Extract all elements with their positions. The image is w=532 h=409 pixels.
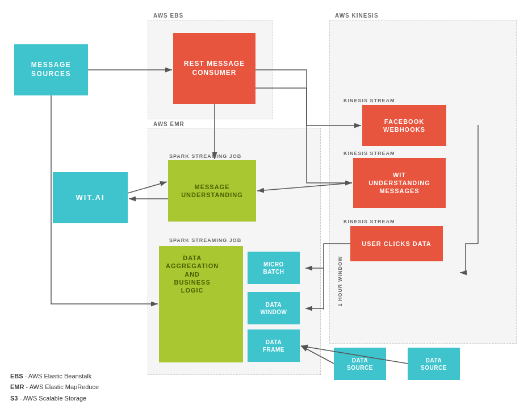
legend-ebs-text: - AWS Elastic Beanstalk <box>25 373 92 379</box>
kinesis-stream-3-label: KINESIS STREAM <box>344 219 395 224</box>
kinesis-stream-1-label: KINESIS STREAM <box>344 98 395 103</box>
one-hour-window-label: 1 HOUR WINDOW <box>337 256 343 307</box>
aws-ebs-label: AWS EBS <box>153 12 183 19</box>
wit-understanding-messages-box: WITUNDERSTANDINGMESSAGES <box>353 158 446 208</box>
diagram-container: AWS EBS AWS KINESIS AWS EMR SPARK STREAM… <box>0 0 532 386</box>
data-aggregation-box: DATAAGGREGATIONANDBUSINESSLOGIC <box>159 246 243 362</box>
legend-s3-label: S3 <box>10 395 18 402</box>
user-clicks-data-box: USER CLICKS DATA <box>350 226 443 261</box>
legend: EBS - AWS Elastic Beanstalk EMR - AWS El… <box>10 371 99 404</box>
data-source-2-box: DATASOURCE <box>408 348 460 380</box>
micro-batch-box: MICROBATCH <box>248 252 300 284</box>
message-understanding-box: MESSAGEUNDERSTANDING <box>168 160 256 222</box>
legend-ebs: EBS - AWS Elastic Beanstalk <box>10 371 99 382</box>
wit-ai-box: WIT.AI <box>53 172 128 223</box>
legend-s3-text: - AWS Scalable Storage <box>20 395 87 402</box>
aws-kinesis-label: AWS KINESIS <box>335 12 379 19</box>
legend-s3: S3 - AWS Scalable Storage <box>10 393 99 404</box>
legend-emr-label: EMR <box>10 383 24 390</box>
legend-emr: EMR - AWS Elastic MapReduce <box>10 382 99 393</box>
spark-streaming-2-label: SPARK STREAMING JOB <box>169 237 241 243</box>
data-window-box: DATAWINDOW <box>248 292 300 324</box>
kinesis-stream-2-label: KINESIS STREAM <box>344 151 395 156</box>
spark-streaming-1-label: SPARK STREAMING JOB <box>169 153 241 159</box>
facebook-webhooks-box: FACEBOOKWEBHOOKS <box>362 105 446 146</box>
aws-emr-label: AWS EMR <box>153 121 185 127</box>
data-source-1-box: DATASOURCE <box>334 348 386 380</box>
rest-message-consumer-box: REST MESSAGECONSUMER <box>173 33 255 104</box>
legend-ebs-label: EBS <box>10 373 23 379</box>
data-frame-box: DATAFRAME <box>248 329 300 362</box>
legend-emr-text: - AWS Elastic MapReduce <box>26 383 99 390</box>
message-sources-box: MESSAGESOURCES <box>14 44 88 95</box>
